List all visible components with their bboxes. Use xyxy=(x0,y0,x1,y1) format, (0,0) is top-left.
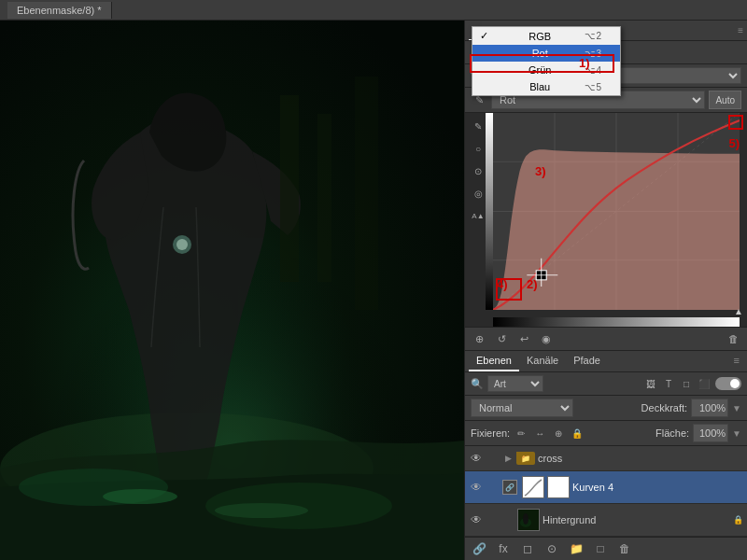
shortcut-blau: ⌥5 xyxy=(585,82,601,92)
layer-item-hintergrund[interactable]: 👁 Hintergrund 🔒 xyxy=(465,504,747,537)
curve-eye-icon[interactable]: ◎ xyxy=(469,184,487,203)
shortcut-rgb: ⌥2 xyxy=(585,31,601,41)
document-tab[interactable]: Ebenenmaske/8) * xyxy=(7,2,112,19)
filter-shape-icon[interactable]: □ xyxy=(679,376,694,391)
fix-row: Fixieren: ✏ ↔ ⊕ 🔒 Fläche: ▼ xyxy=(465,421,747,446)
flaeche-label: Fläche: xyxy=(655,427,689,439)
svg-point-4 xyxy=(176,239,188,250)
layer-name-cross: cross xyxy=(538,453,743,464)
layer-item-kurven4[interactable]: 👁 🔗 Kurven 4 xyxy=(465,471,747,504)
blend-mode-select[interactable]: Normal xyxy=(471,399,573,417)
shortcut-rot: ⌥3 xyxy=(585,49,601,59)
new-group-icon[interactable]: 📁 xyxy=(568,540,585,557)
kurven-thumb xyxy=(522,476,544,498)
search-icon: 🔍 xyxy=(471,378,484,390)
layers-tabs: Ebenen Kanäle Pfade ≡ xyxy=(465,351,747,372)
layer-actions: 🔗 fx ◻ ⊙ 📁 □ 🗑 xyxy=(465,537,747,560)
add-mask-icon[interactable]: ◻ xyxy=(519,540,536,557)
check-rgb: ✓ xyxy=(480,30,491,42)
dropdown-item-rgb[interactable]: ✓ RGB ⌥2 xyxy=(472,27,620,45)
link-layers-icon[interactable]: 🔗 xyxy=(471,540,487,557)
svg-rect-5 xyxy=(280,95,299,282)
add-style-icon[interactable]: fx xyxy=(495,540,512,557)
filter-icons: 🖼 T □ ⬛ xyxy=(643,376,712,391)
layers-controls: 🔍 Art 🖼 T □ ⬛ xyxy=(465,372,747,396)
channel-dropdown: ✓ RGB ⌥2 Rot ⌥3 Grün ⌥4 Blau ⌥5 xyxy=(472,26,621,96)
blend-row: Normal Deckkraft: ▼ xyxy=(465,396,747,421)
layers-tab-menu[interactable]: ≡ xyxy=(730,351,743,371)
canvas-area xyxy=(0,21,464,560)
curve-triangle: ▲ xyxy=(734,306,743,316)
canvas-image xyxy=(0,21,464,560)
dropdown-item-gruen[interactable]: Grün ⌥4 xyxy=(472,62,620,78)
new-adjustment-icon[interactable]: ⊙ xyxy=(543,540,560,557)
filter-effect-icon[interactable]: ⬛ xyxy=(697,376,712,391)
layers-tab-ebenen[interactable]: Ebenen xyxy=(469,351,519,371)
action-visibility-icon[interactable]: ◉ xyxy=(538,330,555,347)
new-layer-icon[interactable]: □ xyxy=(592,540,609,557)
eye-icon-hintergrund[interactable]: 👁 xyxy=(469,512,484,527)
fix-draw-icon[interactable]: ✏ xyxy=(514,426,529,441)
fix-label: Fixieren: xyxy=(471,427,510,439)
curves-svg xyxy=(493,113,740,310)
dropdown-rot-label: Rot xyxy=(532,48,548,59)
layer-item-cross[interactable]: 👁 ▶ 📁 cross xyxy=(465,446,747,471)
curve-area: ✎ ○ ⊙ ◎ A▲ xyxy=(465,113,747,328)
opacity-label: Deckkraft: xyxy=(641,402,688,413)
svg-rect-7 xyxy=(355,77,378,310)
flaeche-input[interactable] xyxy=(693,424,728,442)
hintergrund-thumb-svg xyxy=(518,510,539,530)
gradient-bar-left xyxy=(486,113,493,310)
layer-mask-kurven4 xyxy=(547,476,570,498)
filter-text-icon[interactable]: T xyxy=(661,376,676,391)
fix-lock-icon[interactable]: 🔒 xyxy=(570,426,585,441)
curve-edit-icon[interactable]: ✎ xyxy=(469,117,487,135)
layers-panel: Ebenen Kanäle Pfade ≡ 🔍 Art 🖼 T □ ⬛ xyxy=(465,351,747,537)
curve-text-icon[interactable]: A▲ xyxy=(469,206,487,225)
canvas-svg xyxy=(0,21,464,560)
fix-move-icon[interactable]: ↔ xyxy=(532,426,547,441)
layer-filter-select[interactable]: Art xyxy=(487,375,543,392)
lock-icon-hintergrund: 🔒 xyxy=(732,514,743,525)
filter-image-icon[interactable]: 🖼 xyxy=(643,376,658,391)
curve-sample-icon[interactable]: ⊙ xyxy=(469,161,487,180)
layers-tab-pfade[interactable]: Pfade xyxy=(566,351,608,371)
right-panel: Eigenschaften Info ≡ ⟨⟩ ☀ Vorgabe: ✎ Rot… xyxy=(464,21,747,560)
action-refresh-icon[interactable]: ↺ xyxy=(493,330,510,347)
group-arrow-cross[interactable]: ▶ xyxy=(502,453,514,464)
dropdown-item-blau[interactable]: Blau ⌥5 xyxy=(472,78,620,95)
dropdown-rgb-label: RGB xyxy=(529,31,551,42)
gradient-bar xyxy=(493,317,740,327)
fix-icons: ✏ ↔ ⊕ 🔒 xyxy=(514,426,585,441)
layers-tab-kanaele[interactable]: Kanäle xyxy=(519,351,566,371)
layer-thumb-hintergrund xyxy=(517,509,540,531)
delete-layer-icon[interactable]: 🗑 xyxy=(616,540,633,557)
red-annotation-tr xyxy=(728,115,743,130)
action-undo-icon[interactable]: ↩ xyxy=(515,330,532,347)
svg-rect-6 xyxy=(317,114,331,282)
svg-point-10 xyxy=(103,489,177,504)
curve-point-icon[interactable]: ○ xyxy=(469,139,487,158)
panel-menu-icon[interactable]: ≡ xyxy=(738,25,743,35)
dropdown-item-rot[interactable]: Rot ⌥3 xyxy=(472,45,620,62)
auto-button[interactable]: Auto xyxy=(709,91,741,109)
opacity-arrow[interactable]: ▼ xyxy=(732,403,741,413)
svg-point-11 xyxy=(215,503,308,518)
fix-artboard-icon[interactable]: ⊕ xyxy=(551,426,566,441)
opacity-input[interactable] xyxy=(691,399,728,417)
panel-actions: ⊕ ↺ ↩ ◉ 🗑 xyxy=(465,328,747,351)
filter-toggle[interactable] xyxy=(715,377,741,390)
eye-icon-kurven4[interactable]: 👁 xyxy=(469,480,484,495)
svg-point-26 xyxy=(523,513,529,525)
top-bar: Ebenenmaske/8) * xyxy=(0,0,747,21)
kurven-thumb-svg xyxy=(523,477,543,497)
kurven-link-icon[interactable]: 🔗 xyxy=(502,480,517,495)
dropdown-gruen-label: Grün xyxy=(529,64,551,76)
flaeche-arrow[interactable]: ▼ xyxy=(732,428,741,439)
layer-name-kurven4: Kurven 4 xyxy=(572,482,743,493)
eye-icon-cross[interactable]: 👁 xyxy=(469,451,484,466)
main-layout: Eigenschaften Info ≡ ⟨⟩ ☀ Vorgabe: ✎ Rot… xyxy=(0,21,747,560)
layer-name-hintergrund: Hintergrund xyxy=(543,514,729,525)
action-delete-icon[interactable]: 🗑 xyxy=(725,330,741,347)
action-add-icon[interactable]: ⊕ xyxy=(471,330,487,347)
